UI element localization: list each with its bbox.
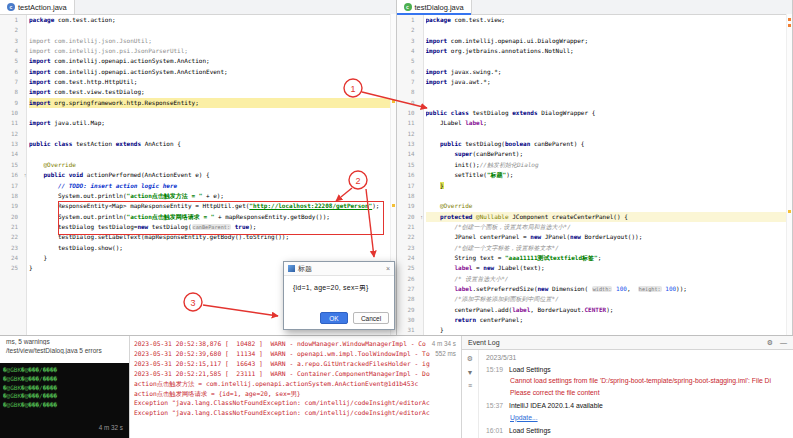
code-line[interactable]: 15 @Override: [0, 160, 396, 170]
gutter-line-number[interactable]: 23: [397, 243, 418, 253]
tab-testdialog[interactable]: c testDialog.java: [397, 0, 472, 14]
stripe-mark[interactable]: [788, 18, 791, 21]
gutter-line-number[interactable]: 8: [0, 87, 21, 97]
gutter-line-number[interactable]: 20: [397, 212, 418, 222]
ok-button[interactable]: OK: [320, 312, 348, 324]
gutter-line-number[interactable]: 12: [397, 129, 418, 139]
gutter-line-number[interactable]: 4: [397, 46, 418, 56]
gutter-line-number[interactable]: 25: [397, 263, 418, 273]
gutter-line-number[interactable]: 21: [0, 222, 21, 232]
gutter-line-number[interactable]: 3: [397, 36, 418, 46]
gutter-line-number[interactable]: 22: [397, 232, 418, 242]
code-line[interactable]: 12: [397, 129, 793, 139]
code-line[interactable]: 11import java.util.Map;: [0, 118, 396, 128]
code-line[interactable]: 5import com.intellij.openapi.actionSyste…: [0, 56, 396, 66]
gutter-line-number[interactable]: 17: [0, 181, 21, 191]
cancel-button[interactable]: Cancel: [353, 312, 389, 324]
gutter-line-number[interactable]: 13: [0, 139, 21, 149]
gutter-line-number[interactable]: 14: [397, 149, 418, 159]
code-line[interactable]: 28 /*添加字标签添加到面板到中间位置*/: [397, 294, 793, 304]
gutter-line-number[interactable]: 9: [397, 98, 418, 108]
code-line[interactable]: 27 label.setPreferredSize(new Dimension(…: [397, 284, 793, 294]
code-line[interactable]: 18 System.out.println("action点击触发方法 = " …: [0, 191, 396, 201]
code-line[interactable]: 25 label = new JLabel(text);: [397, 263, 793, 273]
gutter-line-number[interactable]: 26: [397, 274, 418, 284]
gutter-line-number[interactable]: 29: [397, 305, 418, 315]
code-line[interactable]: 1package com.test.view;: [397, 15, 793, 25]
right-editor[interactable]: 1package com.test.view;23import com.inte…: [397, 15, 793, 335]
code-line[interactable]: 20↑ protected @Nullable JComponent creat…: [397, 212, 793, 222]
gutter-line-number[interactable]: 8: [397, 87, 418, 97]
gutter-line-number[interactable]: 28: [397, 294, 418, 304]
code-line[interactable]: 2: [0, 25, 396, 35]
code-line[interactable]: 10: [0, 108, 396, 118]
build-warnings-row[interactable]: ms, 5 warnings: [0, 336, 129, 345]
code-line[interactable]: 16 setTitle("标题");: [397, 170, 793, 180]
code-line[interactable]: 23 testDialog.show();: [0, 243, 396, 253]
code-line[interactable]: 10public class testDialog extends Dialog…: [397, 108, 793, 118]
gear-icon[interactable]: ⚙: [767, 339, 773, 347]
gutter-line-number[interactable]: 18: [0, 191, 21, 201]
code-line[interactable]: 4import org.jetbrains.annotations.NotNul…: [397, 46, 793, 56]
code-line[interactable]: 18: [397, 191, 793, 201]
code-line[interactable]: 6import com.intellij.openapi.actionSyste…: [0, 67, 396, 77]
gutter-line-number[interactable]: 10: [397, 108, 418, 118]
gutter-line-number[interactable]: 20: [0, 212, 21, 222]
code-line[interactable]: 24 String text = "aaa11111测试textfield标签"…: [397, 253, 793, 263]
gutter-line-number[interactable]: 10: [0, 108, 21, 118]
code-line[interactable]: 1package com.test.action;: [0, 15, 396, 25]
gutter-line-number[interactable]: 17: [397, 181, 418, 191]
gutter-line-number[interactable]: 9: [0, 98, 21, 108]
code-line[interactable]: 17 }: [397, 181, 793, 191]
code-line[interactable]: 13public class testAction extends AnActi…: [0, 139, 396, 149]
gutter-line-number[interactable]: 16: [397, 170, 418, 180]
event-log-entry[interactable]: 15:37IntelliJ IDEA 2020.1.4 availableUpd…: [486, 401, 786, 422]
code-line[interactable]: 4import com.intellij.json.psi.JsonParser…: [0, 46, 396, 56]
gutter-line-number[interactable]: 15: [0, 160, 21, 170]
gutter-line-number[interactable]: 11: [0, 118, 21, 128]
code-line[interactable]: 31 }: [397, 325, 793, 335]
code-line[interactable]: 19 @Override: [397, 201, 793, 211]
gutter-line-number[interactable]: 1: [397, 15, 418, 25]
code-line[interactable]: 29 centerPanel.add(label, BorderLayout.C…: [397, 305, 793, 315]
gutter-line-number[interactable]: 7: [0, 77, 21, 87]
gutter-line-number[interactable]: 18: [397, 191, 418, 201]
code-line[interactable]: 13 public testDialog(boolean canBeParent…: [397, 139, 793, 149]
gutter-line-number[interactable]: 5: [0, 56, 21, 66]
gutter-line-number[interactable]: 25: [0, 263, 21, 273]
gutter-line-number[interactable]: 13: [397, 139, 418, 149]
close-icon[interactable]: ×: [386, 265, 390, 272]
code-line[interactable]: 21 /*创建一个面板，设置其布局和首选大小*/: [397, 222, 793, 232]
gutter-line-number[interactable]: 7: [397, 77, 418, 87]
hide-icon[interactable]: —: [780, 339, 787, 347]
gutter-line-number[interactable]: 21: [397, 222, 418, 232]
gutter-line-number[interactable]: 16: [0, 170, 21, 180]
gutter-line-number[interactable]: 12: [0, 129, 21, 139]
event-log-entry[interactable]: 16:01Load Settings: [486, 426, 786, 436]
gutter-line-number[interactable]: 2: [397, 25, 418, 35]
code-line[interactable]: 16↑ public void actionPerformed(AnAction…: [0, 170, 396, 180]
tab-testaction[interactable]: c testAction.java: [0, 0, 75, 14]
code-line[interactable]: 9: [397, 98, 793, 108]
gutter-line-number[interactable]: 14: [0, 149, 21, 159]
code-line[interactable]: 6import javax.swing.*;: [397, 67, 793, 77]
code-line[interactable]: 23 /*创建一个文字标签，设置标签文本*/: [397, 243, 793, 253]
code-line[interactable]: 17 // TODO: insert action logic here: [0, 181, 396, 191]
code-line[interactable]: 15 init();//触发初始化Dialog: [397, 160, 793, 170]
build-errors-row[interactable]: /test/view/testDialog.java 5 errors: [0, 345, 129, 354]
gutter-line-number[interactable]: 2: [0, 25, 21, 35]
update-link[interactable]: Update...: [486, 413, 786, 423]
code-line[interactable]: 3import com.intellij.json.JsonUtil;: [0, 36, 396, 46]
stripe-mark[interactable]: [788, 210, 791, 213]
code-line[interactable]: 11 JLabel label;: [397, 118, 793, 128]
console-panel[interactable]: 2023-05-31 20:52:38,876 [ 10482 ] WARN -…: [130, 336, 462, 438]
gutter-line-number[interactable]: 27: [397, 284, 418, 294]
code-line[interactable]: 30 return centerPanel;: [397, 315, 793, 325]
code-line[interactable]: 26 /* 设置首选大小*/: [397, 274, 793, 284]
code-line[interactable]: 5: [397, 56, 793, 66]
code-line[interactable]: 2: [397, 25, 793, 35]
event-log-entry[interactable]: 15:19Load SettingsCannot load settings f…: [486, 365, 786, 398]
stripe-mark[interactable]: [392, 204, 395, 207]
code-line[interactable]: 3import com.intellij.openapi.ui.DialogWr…: [397, 36, 793, 46]
code-line[interactable]: 8import com.test.view.testDialog;: [0, 87, 396, 97]
